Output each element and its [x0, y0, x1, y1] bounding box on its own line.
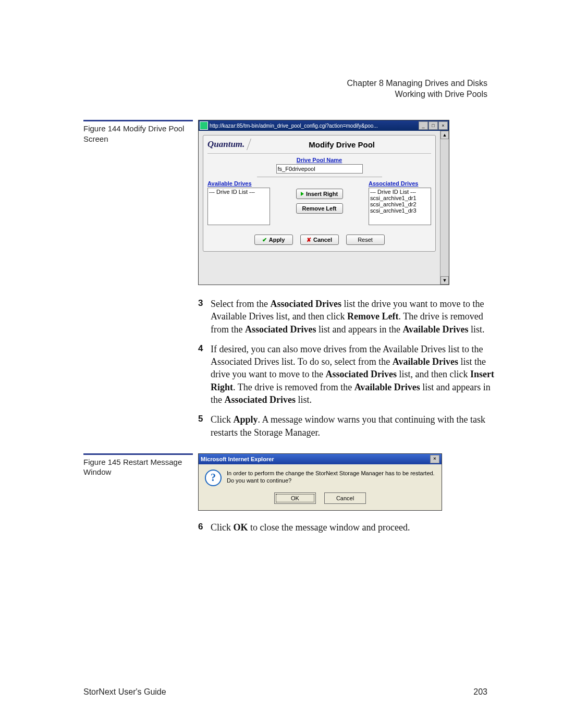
window-minimize-button[interactable]: _	[419, 121, 428, 130]
list-item[interactable]: scsi_archive1_dr3	[370, 207, 430, 214]
window-url: http://kazar:85/tm-bin/admin_drive_pool_…	[210, 123, 418, 129]
brand-logo: Quantum.	[207, 139, 248, 150]
section-divider	[257, 177, 382, 177]
footer-title: StorNext User's Guide	[83, 687, 166, 697]
list-item[interactable]: scsi_archive1_dr1	[370, 195, 430, 201]
vertical-scrollbar[interactable]: ▲ ▼	[440, 131, 449, 285]
window-close-button[interactable]: ×	[438, 121, 448, 130]
caption-separator	[83, 120, 193, 121]
step-text: If desired, you can also move drives fro…	[211, 343, 500, 406]
insert-right-button[interactable]: Insert Right	[296, 189, 343, 199]
step-number: 5	[198, 413, 211, 439]
list-item[interactable]: scsi_archive1_dr2	[370, 201, 430, 207]
available-drives-label: Available Drives	[207, 180, 270, 187]
page-number: 203	[473, 687, 487, 697]
reset-button[interactable]: Reset	[346, 235, 385, 245]
associated-drives-list[interactable]: --- Drive ID List --- scsi_archive1_dr1 …	[369, 188, 431, 225]
panel-title: Modify Drive Pool	[252, 140, 431, 149]
check-icon: ✔	[262, 237, 267, 243]
section-title: Working with Drive Pools	[347, 89, 487, 100]
apply-button[interactable]: ✔ Apply	[254, 235, 293, 245]
step-number: 6	[198, 521, 211, 534]
question-icon: ?	[205, 470, 222, 486]
page-footer: StorNext User's Guide 203	[83, 687, 487, 697]
x-icon: ✘	[307, 237, 311, 243]
step-number: 3	[198, 298, 211, 336]
list-item[interactable]: --- Drive ID List ---	[370, 189, 430, 195]
drive-pool-name-label: Drive Pool Name	[207, 157, 431, 163]
list-item[interactable]: --- Drive ID List ---	[209, 189, 268, 195]
associated-drives-label: Associated Drives	[369, 180, 431, 187]
window-titlebar: http://kazar:85/tm-bin/admin_drive_pool_…	[199, 120, 449, 131]
dialog-close-button[interactable]: ×	[430, 455, 439, 463]
figure-caption: Figure 144 Modify Drive Pool Screen	[83, 124, 193, 144]
available-drives-list[interactable]: --- Drive ID List ---	[207, 188, 270, 225]
instruction-steps: 3 Select from the Associated Drives list…	[198, 298, 500, 439]
page: Chapter 8 Managing Drives and Disks Work…	[0, 0, 563, 728]
scroll-down-icon[interactable]: ▼	[440, 276, 449, 285]
step-text: Click OK to close the message window and…	[211, 521, 500, 534]
window-maximize-button[interactable]: □	[429, 121, 438, 130]
cancel-button[interactable]: ✘ Cancel	[300, 235, 339, 245]
cancel-button[interactable]: Cancel	[324, 492, 366, 504]
arrow-right-icon	[301, 192, 304, 196]
dialog-message: In order to perform the change the StorN…	[227, 470, 435, 486]
running-header: Chapter 8 Managing Drives and Disks Work…	[347, 78, 487, 100]
scroll-up-icon[interactable]: ▲	[440, 131, 449, 139]
restart-message-dialog: Microsoft Internet Explorer × ? In order…	[198, 453, 442, 511]
drive-pool-name-input[interactable]	[276, 164, 363, 174]
step-text: Select from the Associated Drives list t…	[211, 298, 500, 336]
remove-left-button[interactable]: Remove Left	[296, 203, 343, 214]
dialog-titlebar: Microsoft Internet Explorer ×	[199, 454, 442, 464]
window-favicon-icon	[200, 121, 208, 130]
caption-separator	[83, 453, 193, 455]
chapter-title: Chapter 8 Managing Drives and Disks	[347, 78, 487, 89]
modify-drive-pool-window: http://kazar:85/tm-bin/admin_drive_pool_…	[198, 120, 449, 285]
step-number: 4	[198, 343, 211, 406]
figure-caption: Figure 145 Restart Message Window	[83, 457, 193, 477]
step-text: Click Apply. A message window warns you …	[211, 413, 500, 439]
ok-button[interactable]: OK	[274, 492, 316, 504]
dialog-title: Microsoft Internet Explorer	[201, 456, 430, 462]
